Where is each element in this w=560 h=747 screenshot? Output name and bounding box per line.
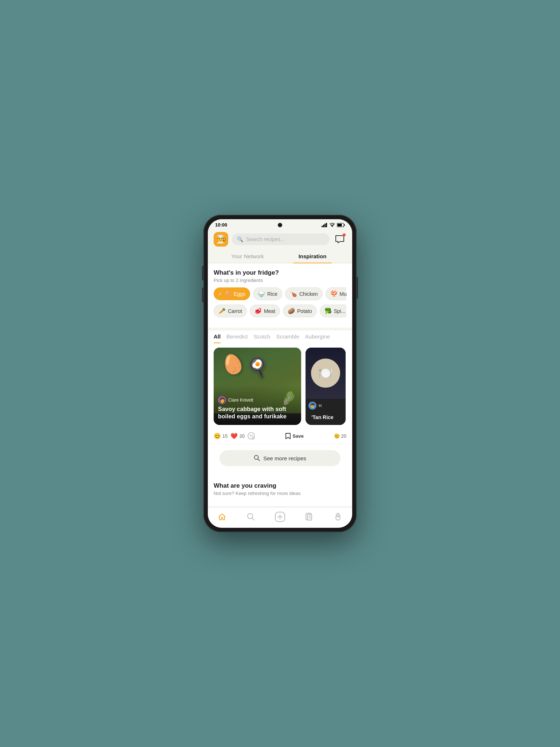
smile-count: 15 [222,433,228,439]
recipe-card-1-overlay: 👩 Clare Knivett Savoy cabbage with soft … [214,385,301,425]
recipe-author-2: 👦 H [308,402,343,410]
svg-line-18 [252,518,254,520]
ingredient-rice[interactable]: 🍚 Rice [253,287,282,300]
add-reaction[interactable] [248,432,255,440]
recipe-tab-all[interactable]: All [214,333,221,343]
svg-point-9 [250,435,250,436]
second-smile-count: 20 [341,433,346,439]
meat-label: Meat [264,308,275,314]
rice-label: Rice [267,291,277,297]
see-more-container: See more recipes [208,444,352,476]
recipe-actions-row: 😊 15 ❤️ 20 [208,429,352,444]
spinach-emoji: 🥦 [324,307,332,314]
svg-rect-7 [344,224,345,226]
chef-hat-logo-icon: 👨‍🍳 [216,235,226,244]
search-nav-icon [246,512,255,521]
phone-screen: 10:00 [208,219,352,528]
status-icons [322,223,345,227]
chat-button[interactable] [333,233,346,246]
bookmark-icon [285,433,291,439]
recipe-author-1: 👩 Clare Knivett [218,396,297,404]
svg-rect-26 [307,514,312,520]
ingredient-eggs[interactable]: ✓ 🥚 Eggs [214,287,250,300]
svg-line-16 [258,459,260,461]
ingredients-row-2: 🥕 Carrot 🥩 Meat 🥔 Potato 🥦 Spi... [214,305,346,319]
second-smile-emoji: 😊 [334,433,340,439]
recipe-tab-scramble[interactable]: Scramble [276,333,299,343]
scroll-content[interactable]: What's in your fridge? Pick up to 2 ingr… [208,263,352,507]
spinach-label: Spi... [334,308,346,314]
check-icon: ✓ [218,291,222,297]
ingredient-carrot[interactable]: 🥕 Carrot [214,305,247,317]
home-icon [218,512,226,521]
nav-bookmarks[interactable] [300,511,318,523]
recipe-tab-aubergine[interactable]: Aubergine [305,333,330,343]
chat-icon-svg [335,235,345,244]
nav-profile[interactable] [329,511,347,523]
signal-icon [322,223,327,227]
chef-nav-icon [334,512,342,521]
tab-your-network[interactable]: Your Network [215,249,280,263]
recipe-card-1[interactable]: 🥚 🍳 🥬 👩 Clare Knivett Savoy cabbage with… [214,348,301,425]
svg-rect-1 [323,225,324,227]
recipe-tab-scotch[interactable]: Scotch [254,333,271,343]
meat-emoji: 🥩 [254,307,262,314]
see-more-button[interactable]: See more recipes [219,450,341,466]
recipe-tab-benedict[interactable]: Benedict [226,333,248,343]
search-icon: 🔍 [237,236,243,242]
svg-rect-0 [322,226,323,227]
search-more-icon [254,455,260,461]
add-reaction-icon [248,432,255,440]
see-more-label: See more recipes [263,455,306,461]
chicken-emoji: 🍗 [290,290,297,297]
save-label: Save [293,433,304,439]
heart-count: 20 [239,433,244,439]
volume-button-2 [202,288,203,302]
save-button[interactable]: Save [285,433,304,439]
fridge-subtitle: Pick up to 2 ingredients [214,278,346,283]
svg-point-4 [332,226,332,227]
bottom-nav [208,507,352,528]
smile-emoji: 😊 [214,433,221,440]
recipe-title-1: Savoy cabbage with soft boiled eggs and … [218,406,297,421]
add-nav-icon [275,512,285,522]
ingredient-potato[interactable]: 🥔 Potato [283,305,316,317]
search-bar[interactable]: 🔍 Search recipes... [232,233,330,245]
bookmarks-icon [305,512,314,521]
heart-emoji: ❤️ [230,433,238,440]
status-bar: 10:00 [208,219,352,229]
eggs-label: Eggs [234,291,245,297]
svg-rect-2 [324,224,326,227]
chat-badge [343,233,346,236]
power-button [357,277,358,299]
fridge-title: What's in your fridge? [214,269,346,276]
nav-add[interactable] [271,510,289,523]
craving-title: What are you craving [214,482,346,489]
mushroom-label: Mus... [340,291,346,297]
ingredient-spinach[interactable]: 🥦 Spi... [320,305,346,317]
heart-reaction[interactable]: ❤️ 20 [230,433,244,440]
carrot-label: Carrot [228,308,242,314]
battery-icon [337,223,345,227]
ingredients-row-1: ✓ 🥚 Eggs 🍚 Rice 🍗 Chicken 🍄 Mus... [214,287,346,302]
svg-rect-6 [338,224,342,226]
ingredient-mushroom[interactable]: 🍄 Mus... [326,287,346,300]
smile-reaction[interactable]: 😊 15 [214,433,228,440]
nav-search[interactable] [242,511,260,523]
recipe-card-2-image: 🍽️ [306,348,346,399]
second-card-smile[interactable]: 😊 20 [334,433,346,439]
app-logo[interactable]: 👨‍🍳 [214,232,228,247]
app-header: 👨‍🍳 🔍 Search recipes... [208,229,352,249]
status-time: 10:00 [215,222,227,228]
rice-emoji: 🍚 [258,290,265,297]
mushroom-emoji: 🍄 [330,290,338,297]
recipe-card-2[interactable]: 🍽️ 👦 H 'Tan Rice [306,348,346,425]
nav-home[interactable] [213,511,231,523]
recipe-tabs: All Benedict Scotch Scramble Aubergine [208,330,352,343]
tab-inspiration[interactable]: Inspiration [280,249,345,263]
phone-frame: 10:00 [203,215,357,532]
author-avatar-1: 👩 [218,396,226,404]
ingredient-chicken[interactable]: 🍗 Chicken [285,287,323,300]
craving-section: What are you craving Not sure? Keep refr… [208,476,352,506]
ingredient-meat[interactable]: 🥩 Meat [250,305,280,317]
